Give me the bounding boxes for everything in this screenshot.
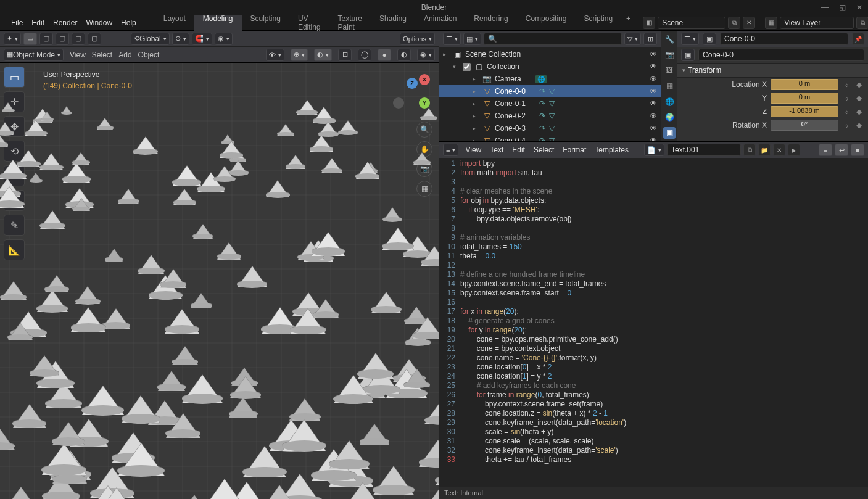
mesh-cone[interactable] — [0, 135, 8, 147]
outliner-filter-icon[interactable]: ▽ — [624, 33, 641, 45]
pivot-dropdown[interactable]: ⊙ — [172, 33, 189, 45]
mesh-cone[interactable] — [229, 398, 257, 418]
mesh-cone[interactable] — [166, 414, 200, 438]
mesh-cone[interactable] — [193, 225, 213, 239]
visibility-icon[interactable]: 👁 — [650, 112, 657, 120]
mesh-cone[interactable] — [436, 455, 439, 485]
mesh-cone[interactable] — [93, 488, 140, 499]
mesh-cone[interactable] — [37, 291, 68, 312]
mesh-cone[interactable] — [334, 376, 373, 403]
te-type-icon[interactable]: ≡ — [443, 144, 458, 156]
orientation-dropdown[interactable]: ⟲ Global — [131, 33, 170, 45]
mesh-cone[interactable] — [62, 107, 72, 114]
mesh-cone[interactable] — [341, 483, 384, 499]
field-loc-x[interactable]: 0 m — [771, 79, 838, 90]
mesh-cone[interactable] — [371, 292, 401, 313]
code-area[interactable]: 1import bpy2from math import sin, tau3 4… — [439, 158, 868, 487]
mesh-cone[interactable] — [286, 155, 305, 169]
breadcrumb-obj-name[interactable]: Cone-0-0 — [698, 49, 864, 61]
mesh-cone[interactable] — [45, 276, 68, 292]
mode-dropdown[interactable]: ▦ Object Mode — [4, 49, 64, 61]
menu-object[interactable]: Object — [138, 51, 160, 59]
mesh-cone[interactable] — [182, 375, 223, 403]
props-obj-icon[interactable]: ▣ — [703, 33, 716, 45]
mesh-cone[interactable] — [217, 243, 241, 260]
te-menu-format[interactable]: Format — [558, 146, 590, 154]
scene-copy-icon[interactable]: ⧉ — [728, 17, 740, 29]
editor-type-icon[interactable]: ✦ — [4, 33, 21, 45]
proportional-dropdown[interactable]: ◉ — [215, 33, 233, 45]
minimize-icon[interactable]: — — [820, 2, 830, 12]
keyframe-icon[interactable]: ⬨ — [842, 80, 851, 89]
mesh-cone[interactable] — [318, 122, 338, 136]
mesh-cone[interactable] — [177, 495, 212, 499]
mesh-cone[interactable] — [214, 167, 235, 181]
mesh-cone[interactable] — [52, 423, 85, 445]
mesh-cone[interactable] — [277, 125, 294, 136]
mesh-cone[interactable] — [358, 353, 394, 379]
mesh-cone[interactable] — [97, 118, 113, 130]
outliner-item[interactable]: ▸▽Cone-0-2↷ ▽👁 — [439, 110, 661, 122]
menu-view[interactable]: View — [70, 51, 86, 59]
outliner-item[interactable]: ▸▣Scene Collection👁 — [439, 48, 661, 60]
keyframe-icon[interactable]: ⬨ — [842, 107, 851, 116]
gizmo-x-icon[interactable]: X — [419, 74, 430, 85]
mesh-cone[interactable] — [71, 308, 105, 332]
cursor-icon-2[interactable]: ▢ — [56, 33, 69, 45]
gizmo-z-icon[interactable]: Z — [407, 78, 418, 89]
mesh-cone[interactable] — [133, 137, 158, 154]
te-syntax-icon[interactable]: ■ — [851, 144, 864, 156]
mesh-cone[interactable] — [105, 249, 123, 262]
scene-delete-icon[interactable]: ✕ — [743, 17, 755, 29]
te-browse-icon[interactable]: 📄 — [644, 144, 664, 156]
mesh-cone[interactable] — [0, 123, 14, 135]
outliner-item[interactable]: ▸▽Cone-0-3↷ ▽👁 — [439, 122, 661, 134]
mesh-cone[interactable] — [102, 309, 130, 329]
viewlayer-name-field[interactable]: View Layer — [780, 17, 854, 29]
outliner-item[interactable]: ▸▽Cone-0-4↷ ▽👁 — [439, 134, 661, 141]
mesh-cone[interactable] — [412, 318, 439, 339]
mesh-cone[interactable] — [13, 405, 46, 428]
overlay-toggle[interactable]: ◐ — [314, 49, 332, 61]
ptab-output-icon[interactable]: 🖼 — [663, 65, 676, 76]
ptab-world-icon[interactable]: 🌍 — [663, 111, 676, 123]
lock-icon[interactable]: ◆ — [854, 121, 863, 130]
mesh-cone[interactable] — [30, 173, 42, 182]
mesh-cone[interactable] — [40, 211, 65, 229]
mesh-cone[interactable] — [191, 294, 212, 308]
props-pin-icon[interactable]: 📌 — [852, 33, 864, 45]
shade-solid-icon[interactable]: ● — [378, 49, 391, 61]
breadcrumb-obj-icon[interactable]: ▣ — [681, 49, 695, 61]
tool-annotate[interactable]: ✎ — [4, 215, 25, 236]
te-menu-view[interactable]: View — [461, 146, 486, 154]
visibility-icon[interactable]: 👁 — [650, 50, 657, 59]
menu-select[interactable]: Select — [92, 51, 112, 59]
te-wordwrap-icon[interactable]: ↩ — [835, 144, 848, 156]
mesh-cone[interactable] — [421, 247, 439, 266]
mesh-cone[interactable] — [238, 266, 267, 287]
mesh-cone[interactable] — [0, 187, 24, 208]
mesh-cone[interactable] — [383, 208, 402, 221]
field-loc-z[interactable]: -1.0838 m — [771, 106, 838, 117]
outliner-collection[interactable]: ▾ ▢Collection👁 — [439, 60, 661, 73]
mesh-cone[interactable] — [260, 485, 299, 499]
ptab-object-icon[interactable]: ▣ — [663, 127, 676, 139]
mesh-cone[interactable] — [75, 287, 100, 304]
maximize-icon[interactable]: ◱ — [837, 2, 847, 12]
te-unlink-icon[interactable]: ✕ — [773, 144, 785, 156]
mesh-cone[interactable] — [404, 369, 430, 387]
cursor-icon-3[interactable]: ▢ — [72, 33, 85, 45]
options-dropdown[interactable]: Options — [400, 33, 435, 45]
zoom-icon[interactable]: 🔍 — [416, 122, 432, 138]
mesh-cone[interactable] — [63, 163, 90, 183]
outliner-display-icon[interactable]: ▦ — [463, 33, 481, 45]
run-script-icon[interactable]: ▶ — [788, 144, 800, 156]
mesh-cone[interactable] — [266, 181, 289, 197]
visibility-dropdown[interactable]: 👁 — [266, 49, 284, 61]
te-menu-text[interactable]: Text — [486, 146, 508, 154]
mesh-cone[interactable] — [160, 270, 186, 288]
scene-name-field[interactable]: Scene — [658, 17, 725, 29]
mesh-cone[interactable] — [1, 282, 27, 300]
mesh-cone[interactable] — [283, 420, 326, 451]
gizmo-y-icon[interactable]: Y — [419, 97, 430, 109]
